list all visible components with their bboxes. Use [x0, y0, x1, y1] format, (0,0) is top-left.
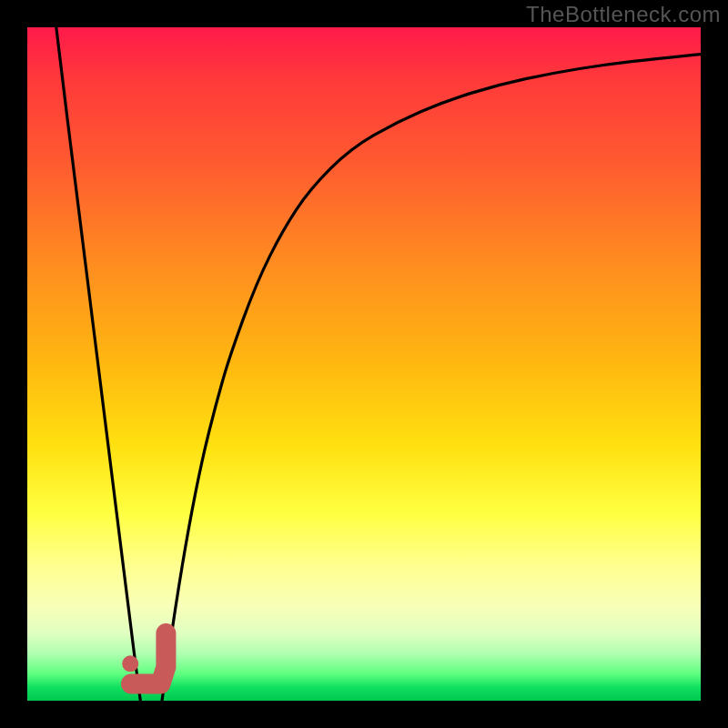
curve-left-descent	[56, 27, 141, 701]
curve-right	[162, 55, 701, 701]
j-dot	[122, 655, 138, 672]
plot-area	[27, 27, 701, 701]
watermark-text: TheBottleneck.com	[526, 2, 721, 27]
chart-frame: TheBottleneck.com	[0, 0, 728, 728]
chart-svg	[27, 27, 701, 701]
